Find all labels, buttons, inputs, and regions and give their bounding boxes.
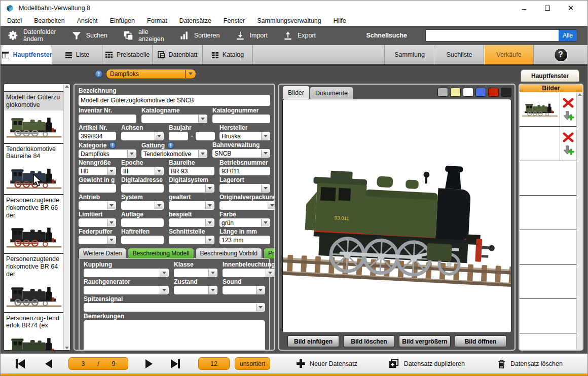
first-record-button[interactable] (16, 359, 25, 368)
tab-suchliste[interactable]: Suchliste (434, 45, 484, 64)
bezeichnung-input[interactable] (79, 95, 270, 106)
limitiert-select[interactable] (79, 218, 116, 227)
chevron-down-icon[interactable] (208, 269, 217, 277)
menu-hilfe[interactable]: Hilfe (334, 17, 346, 24)
tab-bilder[interactable]: Bilder (282, 86, 310, 99)
image-slot-row[interactable] (520, 265, 576, 299)
info-icon[interactable]: ! (109, 142, 116, 149)
swatch-black[interactable] (501, 88, 511, 97)
delete-image-icon[interactable] (563, 98, 574, 108)
export-button[interactable]: Export (283, 30, 316, 41)
image-slot-thumbnail[interactable] (520, 92, 560, 126)
tab-sammlung[interactable]: Sammlung (385, 45, 434, 64)
chevron-down-icon[interactable] (155, 167, 163, 175)
kupplung-select[interactable] (84, 269, 169, 277)
digitaladresse-input[interactable] (121, 184, 164, 193)
swatch-white[interactable] (463, 88, 473, 97)
list-item[interactable]: Personenzugtenderlokomotive BR 64 der (4, 254, 63, 313)
tab-liste[interactable]: Liste (52, 45, 102, 64)
tab-weitere-daten[interactable]: Weitere Daten (79, 248, 126, 258)
nenngroesse-select[interactable]: H0 (79, 167, 116, 175)
close-icon[interactable]: ✕ (559, 1, 582, 16)
chevron-down-icon[interactable] (266, 269, 274, 277)
auflage-input[interactable] (121, 218, 164, 227)
tab-verkaeufe[interactable]: Verkäufe (484, 45, 534, 64)
lagerort-select[interactable] (219, 184, 270, 193)
betriebsnummer-input[interactable] (219, 167, 270, 175)
baujahr-to-input[interactable] (196, 132, 215, 140)
sort-state-button[interactable]: unsortiert (235, 357, 270, 370)
farbe-select[interactable]: grün (219, 218, 270, 227)
bild-loeschen-button[interactable]: Bild löschen (343, 335, 395, 347)
sidebar-scrollbar[interactable] (63, 84, 70, 350)
info-icon[interactable]: ! (95, 70, 103, 78)
tab-preise[interactable]: Preise (264, 248, 275, 258)
system-select[interactable] (121, 201, 164, 210)
schnittstelle-select[interactable] (169, 236, 214, 244)
bild-vergroessern-button[interactable]: Bild vergrößern (399, 335, 451, 347)
gewicht-input[interactable] (79, 184, 116, 193)
tab-hauptfenster[interactable]: Hauptfenster (2, 45, 52, 64)
chevron-down-icon[interactable] (107, 219, 116, 227)
next-record-button[interactable] (145, 359, 153, 368)
menu-fenster[interactable]: Fenster (224, 17, 245, 24)
gattung-select[interactable]: Tenderlokomotive (141, 149, 207, 158)
list-item[interactable]: Personenzugtenderlokomotive BR 66 der (4, 195, 63, 254)
katalogname-select[interactable] (141, 115, 207, 123)
tab-beschreibung-vorbild[interactable]: Beschreibung Vorbild (196, 248, 262, 258)
record-count-field[interactable]: 12 (198, 357, 230, 370)
tab-preistabelle[interactable]: Preistabelle (102, 45, 153, 64)
bemerkungen-textarea[interactable] (84, 320, 265, 351)
duplicate-record-button[interactable]: Datensatz duplizieren (389, 359, 465, 369)
chevron-down-icon[interactable] (107, 202, 116, 209)
innenbeleuchtung-select[interactable] (223, 269, 275, 277)
list-item[interactable]: Modell der Güterzuglokomotive (4, 92, 63, 144)
new-record-button[interactable]: Neuer Datensatz (297, 359, 357, 368)
sortieren-button[interactable]: Sortieren (179, 30, 220, 41)
alle-anzeigen-button[interactable]: alle anzeigen (123, 28, 164, 43)
locomotive-photo[interactable]: 93.011 (282, 99, 511, 333)
images-panel-scrollbar[interactable] (576, 92, 582, 351)
haftreifen-input[interactable] (121, 236, 164, 244)
rauchgenerator-select[interactable] (84, 286, 169, 294)
image-slot-empty[interactable] (520, 127, 560, 161)
chevron-down-icon[interactable] (155, 132, 163, 140)
record-position-field[interactable]: 3 / 9 (68, 357, 128, 370)
menu-datei[interactable]: Datei (7, 17, 22, 24)
inventar-nr-input[interactable] (79, 115, 136, 123)
laenge-input[interactable] (219, 236, 270, 244)
chevron-down-icon[interactable] (261, 132, 270, 140)
klasse-select[interactable] (174, 269, 217, 277)
image-slot-row[interactable] (520, 299, 576, 333)
chevron-down-icon[interactable] (107, 236, 116, 244)
originalverpackung-select[interactable] (219, 201, 275, 210)
epoche-select[interactable]: III (121, 167, 164, 175)
swatch-red[interactable] (488, 88, 499, 97)
kategorie-select[interactable]: Dampfloks (79, 149, 136, 158)
chevron-down-icon[interactable] (256, 286, 265, 294)
artikel-nr-input[interactable] (79, 132, 116, 140)
suchen-button[interactable]: Suchen (71, 30, 107, 41)
chevron-down-icon[interactable] (268, 202, 275, 209)
chevron-down-icon[interactable] (127, 150, 136, 158)
menu-format[interactable]: Format (147, 17, 167, 24)
menu-datensaetze[interactable]: Datensätze (179, 17, 211, 24)
digitalsystem-select[interactable] (169, 184, 214, 193)
image-slot-row[interactable] (520, 161, 576, 196)
bespielt-select[interactable] (169, 218, 214, 227)
bild-oeffnen-button[interactable]: Bild öffnen (455, 335, 506, 347)
chevron-down-icon[interactable] (107, 167, 116, 175)
federpuffer-select[interactable] (79, 236, 116, 244)
delete-record-button[interactable]: Datensatz löschen (497, 359, 563, 369)
list-item[interactable]: Personenzug-Tenderlok BR74 (ex (4, 313, 63, 351)
schnellsuche-input[interactable] (426, 30, 559, 41)
swatch-blue[interactable] (475, 88, 486, 97)
help-icon[interactable]: ? (554, 48, 568, 62)
chevron-down-icon[interactable] (160, 269, 168, 277)
zustand-select[interactable] (174, 286, 217, 294)
chevron-down-icon[interactable] (205, 236, 214, 244)
chevron-down-icon[interactable] (208, 286, 217, 294)
antrieb-select[interactable] (79, 201, 116, 210)
bahnverwaltung-select[interactable]: SNCB (212, 149, 270, 158)
image-slot-row[interactable] (520, 333, 576, 351)
